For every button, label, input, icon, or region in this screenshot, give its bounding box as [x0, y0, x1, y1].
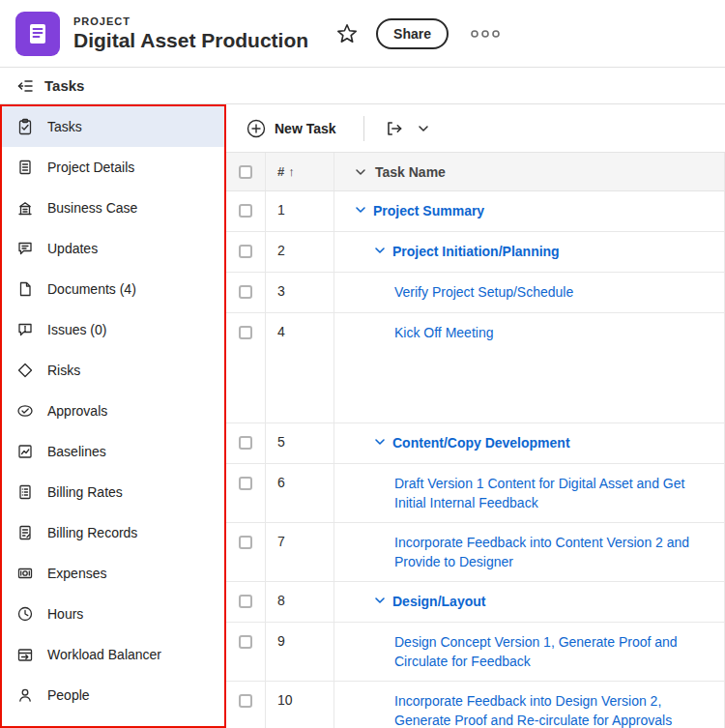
task-number: 10: [265, 682, 334, 728]
collapse-panel-icon[interactable]: [15, 76, 35, 96]
sidebar-item-risks[interactable]: Risks: [2, 350, 224, 391]
section-title: Tasks: [44, 77, 84, 94]
business-case-icon: [15, 198, 35, 218]
more-options-icon[interactable]: [466, 25, 505, 43]
row-checkbox[interactable]: [239, 436, 252, 450]
task-number: 1: [265, 191, 334, 231]
row-checkbox[interactable]: [239, 204, 252, 218]
baselines-icon: [15, 442, 35, 461]
row-checkbox[interactable]: [239, 635, 252, 649]
sidebar-item-label: Approvals: [47, 403, 107, 419]
sidebar-item-issues[interactable]: Issues (0): [2, 309, 224, 350]
task-number: 2: [265, 232, 334, 272]
sidebar-item-label: Project Details: [47, 160, 134, 175]
task-table-body: 1 Project Summary 2 P: [226, 191, 725, 728]
favorite-star-icon[interactable]: [332, 18, 362, 49]
table-row: 9 Design Concept Version 1, Generate Pro…: [226, 623, 725, 682]
hours-icon: [15, 604, 35, 624]
table-header: # ↑ Task Name: [226, 153, 725, 191]
sidebar-item-business-case[interactable]: Business Case: [2, 188, 224, 228]
task-number: 7: [265, 523, 334, 581]
page-title: Digital Asset Production: [73, 29, 308, 51]
task-name-link[interactable]: Incorporate Feedback into Content Versio…: [394, 533, 709, 571]
sidebar-item-billing-records[interactable]: Billing Records: [2, 512, 224, 553]
project-header: PROJECT Digital Asset Production Share: [0, 0, 725, 68]
sidebar-item-label: Risks: [47, 363, 80, 378]
row-checkbox[interactable]: [239, 694, 252, 708]
sidebar-item-workload-balancer[interactable]: Workload Balancer: [2, 634, 224, 675]
chevron-down-icon[interactable]: [417, 122, 430, 135]
sort-ascending-icon: ↑: [288, 164, 295, 179]
table-row: 2 Project Initiation/Planning: [226, 232, 725, 273]
risks-icon: [15, 361, 35, 380]
row-checkbox[interactable]: [239, 595, 252, 608]
select-all-checkbox[interactable]: [239, 165, 252, 179]
task-name-link[interactable]: Project Initiation/Planning: [392, 242, 560, 261]
sidebar-item-approvals[interactable]: Approvals: [2, 391, 224, 431]
chevron-down-icon[interactable]: [373, 592, 387, 607]
workload-balancer-icon: [15, 645, 35, 664]
toolbar-divider: [363, 116, 364, 141]
task-name-link[interactable]: Kick Off Meeting: [394, 323, 493, 342]
task-name-link[interactable]: Incorporate Feedback into Design Version…: [394, 691, 709, 728]
table-row: 1 Project Summary: [226, 191, 725, 232]
billing-records-icon: [15, 523, 35, 542]
chevron-down-icon[interactable]: [354, 201, 367, 217]
task-name-link[interactable]: Design Concept Version 1, Generate Proof…: [394, 632, 709, 671]
table-row: 5 Content/Copy Development: [226, 423, 725, 464]
number-column-label: #: [277, 164, 284, 179]
task-name-column-label: Task Name: [375, 162, 446, 182]
sidebar-item-label: Baselines: [47, 444, 106, 459]
task-number: 9: [265, 623, 334, 681]
export-icon[interactable]: [384, 118, 405, 139]
sidebar-item-hours[interactable]: Hours: [2, 594, 224, 634]
page-body: Tasks Project Details Business Case: [0, 104, 725, 728]
task-number: 6: [265, 464, 334, 522]
table-row: 10 Incorporate Feedback into Design Vers…: [226, 682, 725, 728]
row-checkbox[interactable]: [239, 326, 252, 339]
row-checkbox[interactable]: [239, 245, 252, 258]
share-button[interactable]: Share: [376, 18, 449, 49]
column-number-header[interactable]: # ↑: [265, 153, 334, 190]
sidebar-item-people[interactable]: People: [2, 675, 224, 715]
task-name-link[interactable]: Content/Copy Development: [392, 433, 570, 452]
row-checkbox[interactable]: [239, 477, 252, 490]
sidebar-item-documents[interactable]: Documents (4): [2, 269, 224, 309]
chevron-down-icon[interactable]: [373, 433, 387, 449]
task-name-link[interactable]: Design/Layout: [392, 592, 485, 611]
sidebar-item-label: Tasks: [47, 119, 82, 134]
sidebar-item-updates[interactable]: Updates: [2, 228, 224, 269]
row-checkbox[interactable]: [239, 536, 252, 549]
billing-rates-icon: [15, 482, 35, 502]
tasks-main-panel: New Task #: [226, 104, 725, 728]
task-name-link[interactable]: Draft Version 1 Content for Digital Asse…: [394, 474, 709, 512]
new-task-button[interactable]: New Task: [238, 112, 344, 145]
sidebar-item-label: Issues (0): [47, 322, 106, 337]
sidebar-item-expenses[interactable]: Expenses: [2, 553, 224, 594]
collapse-all-chevron-icon[interactable]: [354, 165, 367, 179]
plus-circle-icon: [246, 118, 267, 139]
sidebar-item-label: Business Case: [47, 200, 137, 216]
sidebar-item-tasks[interactable]: Tasks: [2, 106, 224, 147]
sidebar-item-label: Documents (4): [47, 281, 136, 297]
tasks-icon: [15, 117, 35, 136]
sidebar-item-project-details[interactable]: Project Details: [2, 147, 224, 188]
sidebar-item-billing-rates[interactable]: Billing Rates: [2, 472, 224, 512]
chevron-down-icon[interactable]: [373, 242, 387, 257]
documents-icon: [15, 279, 35, 299]
project-tile-icon: [15, 12, 60, 56]
updates-icon: [15, 239, 35, 258]
people-icon: [15, 685, 35, 705]
row-checkbox[interactable]: [239, 285, 252, 299]
table-row: 4 Kick Off Meeting: [226, 313, 725, 423]
task-name-link[interactable]: Verify Project Setup/Schedule: [394, 282, 573, 302]
workfront-app: PROJECT Digital Asset Production Share T…: [0, 0, 725, 728]
table-row: 7 Incorporate Feedback into Content Vers…: [226, 523, 725, 582]
table-row: 6 Draft Version 1 Content for Digital As…: [226, 464, 725, 523]
task-name-link[interactable]: Project Summary: [373, 201, 484, 220]
task-number: 5: [265, 423, 334, 463]
sidebar-item-baselines[interactable]: Baselines: [2, 431, 224, 472]
sidebar-item-label: Workload Balancer: [47, 647, 161, 662]
issues-icon: [15, 320, 35, 339]
task-number: 8: [265, 582, 334, 622]
